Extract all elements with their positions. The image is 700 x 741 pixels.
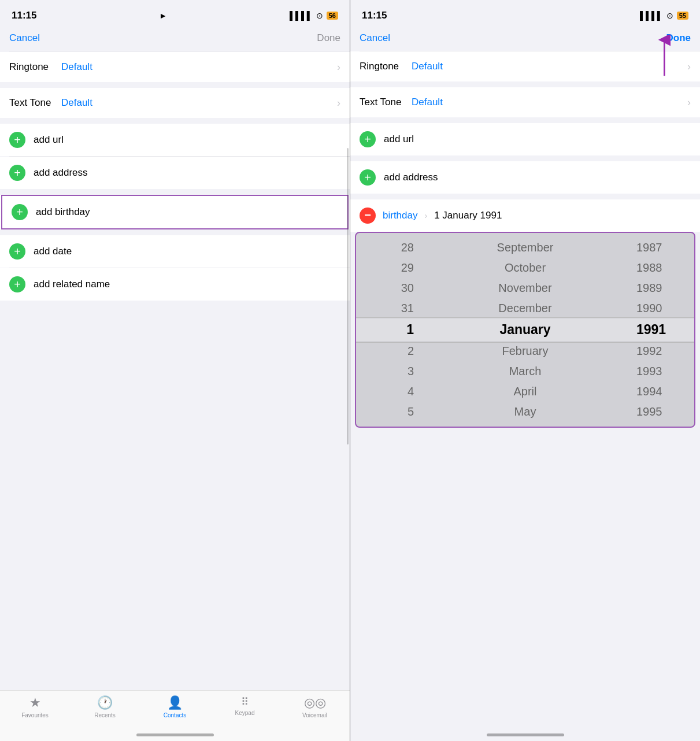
picker-month: September	[497, 241, 554, 254]
tab-recents[interactable]: 🕐 Recents	[70, 695, 140, 718]
right-ringtone-chevron: ›	[687, 61, 691, 73]
left-adddate-section: + add date	[0, 235, 350, 268]
picker-row[interactable]: 30 November 1989	[356, 278, 694, 298]
right-addurl-label: add url	[384, 134, 414, 145]
tab-favourites-label: Favourites	[21, 712, 49, 718]
tab-voicemail[interactable]: ◎◎ Voicemail	[280, 695, 350, 718]
picker-row[interactable]: 28 September 1987	[356, 238, 694, 258]
left-adddate-icon: +	[9, 243, 25, 260]
picker-day: 29	[368, 261, 414, 275]
tab-favourites[interactable]: ★ Favourites	[0, 695, 70, 718]
picker-day: 30	[368, 281, 414, 295]
right-phone-panel: 11:15 ▌▌▌▌ ⊙ 55 Cancel Done Ringtone Def…	[350, 0, 700, 741]
left-addrelated-row[interactable]: + add related name	[0, 268, 350, 301]
left-texttone-row[interactable]: Text Tone Default ›	[0, 88, 350, 118]
left-cancel-button[interactable]: Cancel	[9, 32, 40, 44]
right-sep3	[350, 117, 700, 123]
picker-year: 1988	[636, 261, 683, 275]
left-ringtone-label: Ringtone	[9, 61, 61, 73]
left-ringtone-value: Default	[61, 61, 332, 73]
picker-row[interactable]: 1 January 1991	[356, 318, 694, 341]
picker-row[interactable]: 3 March 1993	[356, 361, 694, 381]
tab-recents-label: Recents	[94, 712, 116, 718]
picker-row[interactable]: 5 May 1995	[356, 402, 694, 422]
left-scrollbar	[347, 148, 349, 444]
right-birthday-date: 1 January 1991	[434, 210, 502, 221]
picker-row[interactable]: 29 October 1988	[356, 258, 694, 278]
plus-icon: +	[14, 134, 21, 146]
left-addrelated-section: + add related name	[0, 268, 350, 301]
left-sep6	[0, 229, 350, 235]
date-picker-wheel[interactable]: 28 September 1987 29 October 1988 30 Nov…	[355, 232, 695, 428]
picker-row[interactable]: 31 December 1990	[356, 298, 694, 318]
left-adddate-label: add date	[34, 246, 72, 257]
right-home-indicator	[487, 733, 564, 736]
picker-month: December	[498, 302, 551, 315]
right-birthday-row[interactable]: − birthday › 1 January 1991	[350, 199, 700, 232]
plus-icon: +	[364, 134, 371, 145]
contacts-icon: 👤	[167, 695, 183, 710]
keypad-icon: ⠿	[241, 695, 249, 708]
left-adddate-row[interactable]: + add date	[0, 235, 350, 268]
right-addaddress-label: add address	[384, 172, 438, 183]
left-addurl-row[interactable]: + add url	[0, 124, 350, 156]
wifi-icon: ⊙	[316, 11, 323, 20]
plus-icon: +	[14, 246, 21, 257]
plus-icon: +	[16, 206, 23, 218]
picker-month: May	[502, 405, 549, 418]
right-sep4	[350, 155, 700, 161]
left-sep3	[0, 118, 350, 124]
right-birthday-remove-icon[interactable]: −	[360, 208, 376, 224]
left-addurl-label: add url	[34, 134, 64, 146]
right-birthday-section: − birthday › 1 January 1991	[350, 199, 700, 232]
right-addaddress-row[interactable]: + add address	[350, 161, 700, 194]
picker-year: 1993	[636, 365, 683, 378]
left-addaddress-row[interactable]: + add address	[0, 157, 350, 189]
right-texttone-row[interactable]: Text Tone Default ›	[350, 87, 700, 117]
right-sep5	[350, 194, 700, 199]
right-status-icons: ▌▌▌▌ ⊙ 55	[640, 11, 688, 20]
picker-day: 5	[368, 405, 414, 418]
right-texttone-value: Default	[412, 97, 683, 108]
location-icon: ►	[159, 11, 167, 20]
picker-year: 1992	[636, 344, 683, 358]
right-ringtone-label: Ringtone	[360, 61, 412, 72]
left-addurl-icon: +	[9, 132, 25, 148]
left-done-button[interactable]: Done	[317, 32, 340, 44]
picker-row[interactable]: 4 April 1994	[356, 381, 694, 402]
left-sep5	[0, 189, 350, 195]
left-addaddress-section: + add address	[0, 157, 350, 189]
left-ringtone-row[interactable]: Ringtone Default ›	[0, 52, 350, 82]
tab-keypad[interactable]: ⠿ Keypad	[210, 695, 280, 716]
right-addurl-section: + add url	[350, 123, 700, 155]
picker-row[interactable]: 2 February 1992	[356, 341, 694, 361]
left-status-time: 11:15	[12, 10, 36, 21]
picker-month: October	[502, 261, 549, 275]
picker-month: January	[499, 322, 550, 338]
right-texttone-chevron: ›	[687, 97, 691, 109]
plus-icon: +	[364, 172, 371, 183]
left-addbirthday-label: add birthday	[36, 206, 90, 218]
battery-badge: 56	[327, 12, 338, 20]
right-addurl-row[interactable]: + add url	[350, 123, 700, 155]
tab-voicemail-label: Voicemail	[302, 712, 327, 718]
voicemail-icon: ◎◎	[304, 695, 326, 710]
right-cancel-button[interactable]: Cancel	[360, 32, 390, 44]
right-texttone-section: Text Tone Default ›	[350, 87, 700, 117]
picker-year: 1989	[636, 281, 683, 295]
left-addbirthday-section: + add birthday	[0, 195, 350, 229]
left-addbirthday-row[interactable]: + add birthday	[1, 195, 349, 229]
right-status-bar: 11:15 ▌▌▌▌ ⊙ 55	[350, 0, 700, 28]
right-battery-badge: 55	[677, 12, 688, 20]
right-addaddress-icon: +	[360, 169, 376, 186]
picker-day: 1	[368, 322, 414, 338]
plus-icon: +	[14, 279, 21, 290]
left-addrelated-icon: +	[9, 276, 25, 292]
right-addaddress-section: + add address	[350, 161, 700, 194]
tab-contacts[interactable]: 👤 Contacts	[140, 695, 210, 718]
left-sep2	[0, 82, 350, 88]
left-texttone-value: Default	[61, 97, 332, 109]
left-addaddress-label: add address	[34, 167, 88, 179]
right-addurl-icon: +	[360, 131, 376, 147]
left-texttone-section: Text Tone Default ›	[0, 88, 350, 118]
